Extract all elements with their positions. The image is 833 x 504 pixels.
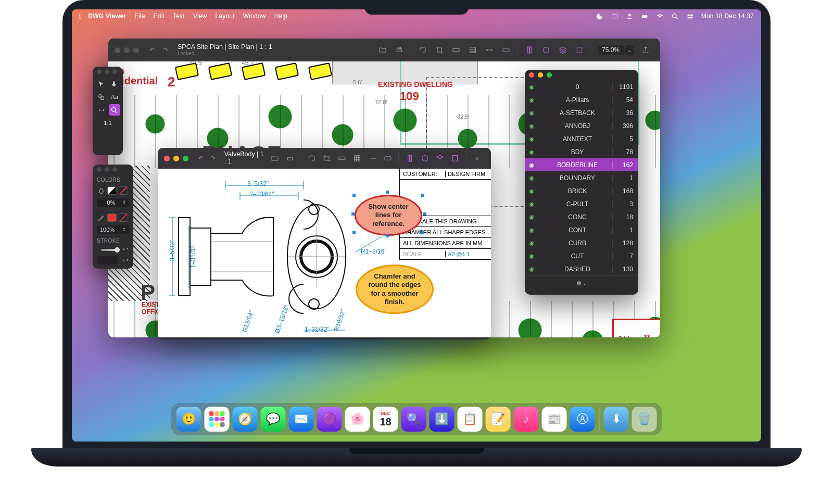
ruler-icon[interactable] — [337, 152, 348, 165]
visibility-icon[interactable]: ◉ — [529, 240, 537, 247]
fill-drop-icon[interactable] — [97, 185, 105, 196]
status-moon-icon[interactable] — [596, 12, 603, 20]
dock-notes[interactable]: 📝 — [486, 407, 511, 432]
menu-file[interactable]: File — [134, 12, 145, 20]
folder-icon[interactable] — [269, 152, 280, 165]
undo-button[interactable]: ↶ — [196, 153, 206, 164]
dock-finder[interactable]: 🙂 — [176, 407, 201, 432]
dock-shortcuts[interactable]: 🔍 — [401, 407, 426, 432]
keyboard-icon[interactable] — [500, 44, 512, 56]
keyboard-icon[interactable] — [382, 152, 393, 165]
minimize-icon[interactable] — [173, 156, 179, 161]
dock-safari[interactable]: 🧭 — [233, 407, 258, 432]
dock-calendar[interactable]: DEC18 — [373, 407, 398, 432]
redo-button[interactable]: ↷ — [208, 153, 218, 164]
layer-row[interactable]: ◉ANNTEXT5 — [525, 132, 638, 145]
valve-canvas[interactable]: 3–5/32" 2–23/64" 3–5/32" 1–31/32" R1–3/1… — [158, 169, 491, 337]
layer-row[interactable]: ◉A-Pillars54 — [525, 93, 638, 106]
layer-row[interactable]: ◉BRICK168 — [525, 184, 638, 197]
menu-edit[interactable]: Edit — [154, 12, 165, 20]
visibility-icon[interactable]: ◉ — [529, 161, 537, 169]
minimize-icon[interactable] — [124, 47, 130, 53]
fill-opacity[interactable]: 0%▲▼ — [97, 198, 129, 207]
layer-row[interactable]: ◉01191 — [525, 80, 638, 93]
zoom-window-icon[interactable] — [183, 156, 188, 161]
stack-icon[interactable] — [435, 152, 446, 165]
select-tool[interactable] — [95, 78, 107, 90]
dock-messages[interactable]: 💬 — [261, 407, 286, 432]
visibility-icon[interactable]: ◉ — [529, 148, 537, 156]
text-tool[interactable]: Aa — [109, 91, 120, 103]
zoom-dropdown[interactable]: ⌄ — [625, 45, 634, 55]
layer-row[interactable]: ◉CURB128 — [525, 236, 638, 249]
crop-icon[interactable] — [322, 152, 333, 165]
grid-icon[interactable] — [352, 152, 363, 165]
status-screen-icon[interactable] — [611, 12, 619, 20]
crop-icon[interactable] — [433, 44, 446, 56]
stroke-pencil-icon[interactable] — [97, 212, 105, 223]
dock-music[interactable]: ♪ — [514, 407, 539, 432]
layer-row[interactable]: ◉CUT7 — [525, 249, 638, 262]
visibility-icon[interactable]: ◉ — [529, 266, 537, 273]
layer-row[interactable]: ◉BDY78 — [525, 145, 638, 158]
app-menu[interactable]: DWG Viewer — [88, 12, 126, 20]
annotation-red[interactable]: Show center lines for reference. — [355, 195, 422, 236]
ruler-icon[interactable] — [450, 44, 462, 56]
dimension-tool[interactable] — [95, 104, 107, 116]
overflow-icon[interactable]: » — [472, 152, 483, 165]
visibility-icon[interactable]: ◉ — [529, 109, 537, 117]
dock-launchpad[interactable] — [205, 407, 230, 432]
zoom-level[interactable]: 75.0% — [598, 45, 624, 55]
palette-icon[interactable] — [540, 44, 552, 56]
stroke-style-select[interactable] — [97, 256, 118, 264]
visibility-icon[interactable]: ◉ — [529, 200, 537, 208]
status-datetime[interactable]: Mon 18 Dec 14:37 — [701, 12, 754, 20]
dock-photos[interactable]: 🌸 — [345, 407, 370, 432]
layers-settings-button[interactable]: ✻⌄ — [525, 275, 638, 290]
visibility-icon[interactable]: ◉ — [529, 253, 537, 260]
visibility-icon[interactable]: ◉ — [529, 96, 537, 104]
stroke-opacity[interactable]: 100%▲▼ — [97, 225, 129, 234]
stroke-none-swatch[interactable] — [119, 213, 128, 222]
dock-downloads[interactable]: ⬇ — [604, 407, 629, 432]
layer-row[interactable]: ◉A-SETBACK36 — [525, 106, 638, 119]
status-user-icon[interactable] — [626, 12, 634, 20]
layer-row[interactable]: ◉BOUNDARY1 — [525, 171, 638, 184]
dock-trash[interactable]: 🗑️ — [632, 407, 657, 432]
folder-icon[interactable] — [376, 44, 389, 56]
stroke-swatch[interactable] — [107, 213, 117, 222]
minimize-icon[interactable] — [538, 72, 543, 78]
apple-menu-icon[interactable]:  — [79, 12, 82, 20]
annotation-yellow[interactable]: Chamfer and round the edges for a smooth… — [356, 264, 434, 314]
layer-row[interactable]: ◉BORDERLINE162 — [525, 158, 638, 171]
properties-icon[interactable] — [450, 152, 461, 165]
undo-button[interactable]: ↶ — [146, 44, 158, 56]
fill-none-swatch[interactable] — [119, 186, 128, 195]
stack-icon[interactable] — [557, 44, 569, 56]
close-icon[interactable] — [164, 156, 170, 161]
visibility-icon[interactable]: ◉ — [529, 226, 537, 234]
dock-podcasts[interactable]: 🟣 — [317, 407, 342, 432]
close-icon[interactable] — [115, 47, 120, 53]
pan-tool[interactable] — [109, 78, 120, 90]
dock-appstore-alt[interactable]: ⬇️ — [430, 407, 455, 432]
visibility-icon[interactable]: ◉ — [529, 213, 537, 221]
status-search-icon[interactable] — [671, 12, 679, 20]
shape-tool[interactable] — [95, 91, 107, 103]
dock-mail[interactable]: ✉️ — [289, 407, 314, 432]
measure-icon[interactable] — [483, 44, 496, 56]
traffic-lights[interactable] — [115, 47, 139, 53]
rotate-icon[interactable] — [416, 44, 429, 56]
rotate-icon[interactable] — [306, 152, 317, 165]
status-wifi-icon[interactable] — [656, 12, 664, 20]
visibility-icon[interactable]: ◉ — [529, 83, 537, 91]
layer-row[interactable]: ◉C-PULT3 — [525, 197, 638, 210]
properties-icon[interactable] — [573, 44, 586, 56]
fill-swatch[interactable] — [107, 186, 117, 195]
dock-news[interactable]: 📰 — [542, 407, 567, 432]
visibility-icon[interactable]: ◉ — [529, 122, 537, 130]
status-control-center-icon[interactable] — [686, 12, 694, 20]
dock-appstore[interactable]: Ⓐ — [570, 407, 595, 432]
print-icon[interactable] — [393, 44, 406, 56]
menu-help[interactable]: Help — [274, 12, 287, 20]
